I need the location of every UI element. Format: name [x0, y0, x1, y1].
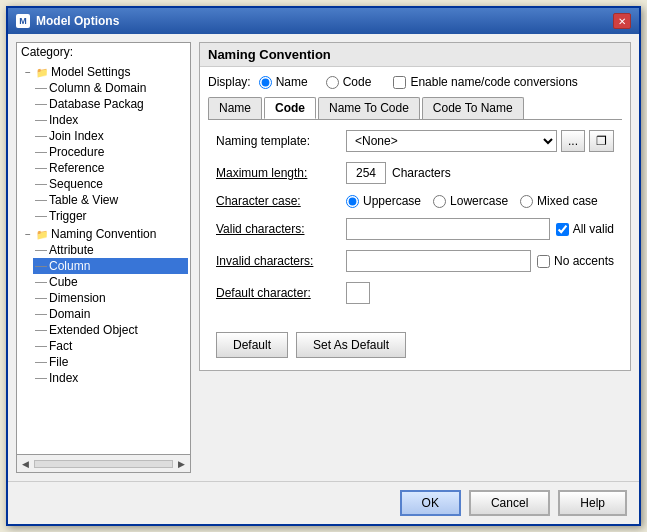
- code-radio-group[interactable]: Code: [326, 75, 372, 89]
- naming-template-select[interactable]: <None>: [346, 130, 557, 152]
- enable-checkbox[interactable]: [393, 76, 406, 89]
- expand-icon: −: [21, 65, 35, 79]
- tab-code[interactable]: Code: [264, 97, 316, 119]
- default-char-box[interactable]: [346, 282, 370, 304]
- max-length-label: Maximum length:: [216, 166, 346, 180]
- code-radio-label: Code: [343, 75, 372, 89]
- default-char-row: Default character:: [216, 282, 614, 304]
- all-valid-checkbox-group[interactable]: All valid: [556, 222, 614, 236]
- leaf-trigger[interactable]: —Trigger: [33, 208, 188, 224]
- uppercase-radio[interactable]: [346, 195, 359, 208]
- max-length-input[interactable]: [346, 162, 386, 184]
- name-radio-group[interactable]: Name: [259, 75, 308, 89]
- tree-view[interactable]: − 📁 Model Settings —Column & Domain —Dat…: [17, 61, 190, 454]
- all-valid-checkbox[interactable]: [556, 223, 569, 236]
- default-char-label: Default character:: [216, 286, 346, 300]
- left-panel: Category: − 📁 Model Settings —Column & D…: [16, 42, 191, 473]
- invalid-chars-row: Invalid characters: No accents: [216, 250, 614, 272]
- title-bar: M Model Options ✕: [8, 8, 639, 34]
- tree-item-model-settings[interactable]: − 📁 Model Settings —Column & Domain —Dat…: [19, 63, 188, 225]
- leaf-sequence[interactable]: —Sequence: [33, 176, 188, 192]
- no-accents-label: No accents: [554, 254, 614, 268]
- uppercase-radio-group[interactable]: Uppercase: [346, 194, 421, 208]
- lowercase-radio-group[interactable]: Lowercase: [433, 194, 508, 208]
- valid-chars-label: Valid characters:: [216, 222, 346, 236]
- ellipsis-button[interactable]: ...: [561, 130, 585, 152]
- leaf-reference[interactable]: —Reference: [33, 160, 188, 176]
- leaf-procedure[interactable]: —Procedure: [33, 144, 188, 160]
- enable-checkbox-group[interactable]: Enable name/code conversions: [393, 75, 577, 89]
- model-settings-children: —Column & Domain —Database Packag —Index…: [19, 80, 188, 224]
- window-footer: OK Cancel Help: [8, 481, 639, 524]
- enable-label: Enable name/code conversions: [410, 75, 577, 89]
- copy-button[interactable]: ❐: [589, 130, 614, 152]
- cancel-button[interactable]: Cancel: [469, 490, 550, 516]
- window-title: Model Options: [36, 14, 119, 28]
- close-button[interactable]: ✕: [613, 13, 631, 29]
- lowercase-radio[interactable]: [433, 195, 446, 208]
- scroll-right-btn[interactable]: ▶: [175, 458, 188, 470]
- tab-name[interactable]: Name: [208, 97, 262, 119]
- invalid-chars-input[interactable]: [346, 250, 531, 272]
- horizontal-scrollbar[interactable]: ◀ ▶: [17, 454, 190, 472]
- section-title: Naming Convention: [200, 43, 630, 67]
- naming-section: Naming Convention Display: Name Code: [199, 42, 631, 371]
- leaf-index[interactable]: —Index: [33, 112, 188, 128]
- no-accents-checkbox[interactable]: [537, 255, 550, 268]
- char-case-options: Uppercase Lowercase Mixed case: [346, 194, 614, 208]
- default-button[interactable]: Default: [216, 332, 288, 358]
- leaf-dimension[interactable]: —Dimension: [33, 290, 188, 306]
- char-case-row: Character case: Uppercase Lowercase: [216, 194, 614, 208]
- valid-chars-row: Valid characters: All valid: [216, 218, 614, 240]
- uppercase-label: Uppercase: [363, 194, 421, 208]
- lowercase-label: Lowercase: [450, 194, 508, 208]
- characters-label: Characters: [392, 166, 451, 180]
- leaf-attribute[interactable]: —Attribute: [33, 242, 188, 258]
- all-valid-label: All valid: [573, 222, 614, 236]
- tab-code-to-name[interactable]: Code To Name: [422, 97, 524, 119]
- tree-item-naming-convention[interactable]: − 📁 Naming Convention —Attribute —Column…: [19, 225, 188, 387]
- leaf-column-domain[interactable]: —Column & Domain: [33, 80, 188, 96]
- code-radio[interactable]: [326, 76, 339, 89]
- bottom-buttons-row: Default Set As Default: [200, 332, 630, 370]
- naming-template-label: Naming template:: [216, 134, 346, 148]
- tabs-row: Name Code Name To Code Code To Name: [208, 97, 622, 120]
- leaf-table-view[interactable]: —Table & View: [33, 192, 188, 208]
- name-radio[interactable]: [259, 76, 272, 89]
- scroll-track[interactable]: [34, 460, 173, 468]
- leaf-extended-object[interactable]: —Extended Object: [33, 322, 188, 338]
- scroll-left-btn[interactable]: ◀: [19, 458, 32, 470]
- max-length-row: Maximum length: Characters: [216, 162, 614, 184]
- valid-chars-input[interactable]: [346, 218, 550, 240]
- display-label: Display:: [208, 75, 251, 89]
- help-button[interactable]: Help: [558, 490, 627, 516]
- leaf-file[interactable]: —File: [33, 354, 188, 370]
- name-radio-label: Name: [276, 75, 308, 89]
- window-icon: M: [16, 14, 30, 28]
- leaf-join-index[interactable]: —Join Index: [33, 128, 188, 144]
- no-accents-checkbox-group[interactable]: No accents: [537, 254, 614, 268]
- tree-label-naming-convention: Naming Convention: [51, 227, 156, 241]
- folder-icon: 📁: [35, 66, 49, 78]
- mixed-case-radio[interactable]: [520, 195, 533, 208]
- ok-button[interactable]: OK: [400, 490, 461, 516]
- form-area: Naming template: <None> ... ❐ Ma: [208, 120, 622, 324]
- expand-icon-naming: −: [21, 227, 35, 241]
- leaf-domain[interactable]: —Domain: [33, 306, 188, 322]
- right-panel: Naming Convention Display: Name Code: [199, 42, 631, 473]
- folder-icon-naming: 📁: [35, 228, 49, 240]
- leaf-database-packag[interactable]: —Database Packag: [33, 96, 188, 112]
- leaf-column[interactable]: —Column: [33, 258, 188, 274]
- tab-name-to-code[interactable]: Name To Code: [318, 97, 420, 119]
- mixed-case-radio-group[interactable]: Mixed case: [520, 194, 598, 208]
- invalid-chars-label: Invalid characters:: [216, 254, 346, 268]
- leaf-fact[interactable]: —Fact: [33, 338, 188, 354]
- window-body: Category: − 📁 Model Settings —Column & D…: [8, 34, 639, 481]
- leaf-index[interactable]: —Index: [33, 370, 188, 386]
- set-as-default-button[interactable]: Set As Default: [296, 332, 406, 358]
- model-options-window: M Model Options ✕ Category: − 📁 Model Se…: [6, 6, 641, 526]
- category-label: Category:: [17, 43, 190, 61]
- naming-template-row: Naming template: <None> ... ❐: [216, 130, 614, 152]
- leaf-cube[interactable]: —Cube: [33, 274, 188, 290]
- tree-label-model-settings: Model Settings: [51, 65, 130, 79]
